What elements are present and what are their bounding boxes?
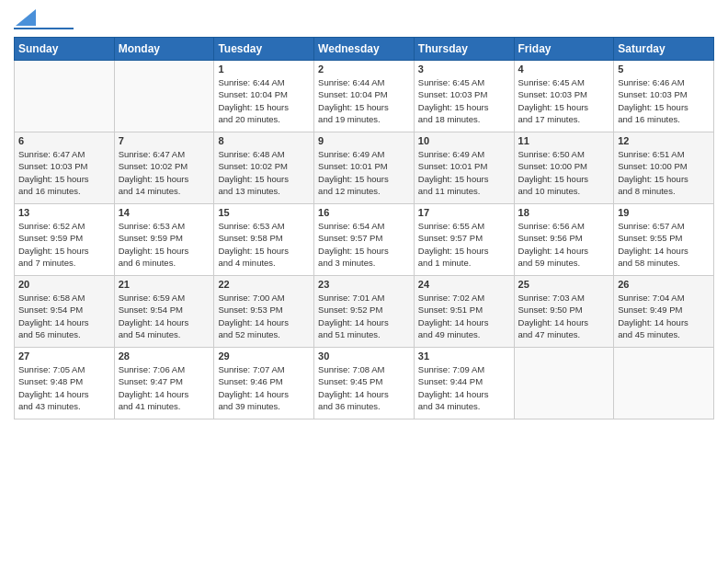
logo [14,9,74,29]
calendar-cell [514,348,614,419]
calendar-cell: 31Sunrise: 7:09 AM Sunset: 9:44 PM Dayli… [414,348,514,419]
calendar-cell: 7Sunrise: 6:47 AM Sunset: 10:02 PM Dayli… [114,132,214,204]
calendar-cell: 18Sunrise: 6:56 AM Sunset: 9:56 PM Dayli… [514,204,614,276]
day-number: 2 [318,63,410,75]
day-number: 24 [418,279,510,290]
day-info: Sunrise: 6:47 AM Sunset: 10:03 PM Daylig… [18,148,110,197]
calendar-cell: 27Sunrise: 7:05 AM Sunset: 9:48 PM Dayli… [15,348,115,419]
day-number: 29 [218,350,310,362]
calendar-table: SundayMondayTuesdayWednesdayThursdayFrid… [14,37,714,419]
calendar-cell: 6Sunrise: 6:47 AM Sunset: 10:03 PM Dayli… [15,132,115,204]
calendar-week-3: 13Sunrise: 6:52 AM Sunset: 9:59 PM Dayli… [15,204,714,276]
day-number: 25 [518,279,610,290]
day-number: 13 [18,207,110,218]
day-info: Sunrise: 7:01 AM Sunset: 9:52 PM Dayligh… [318,292,410,340]
day-number: 20 [18,279,110,290]
weekday-header-tuesday: Tuesday [214,38,314,61]
calendar-cell: 5Sunrise: 6:46 AM Sunset: 10:03 PM Dayli… [614,61,714,132]
day-info: Sunrise: 6:51 AM Sunset: 10:00 PM Daylig… [618,148,710,197]
day-number: 16 [318,207,410,218]
day-number: 11 [518,135,610,146]
weekday-header-saturday: Saturday [614,38,714,61]
page-container: SundayMondayTuesdayWednesdayThursdayFrid… [0,0,728,429]
calendar-cell: 3Sunrise: 6:45 AM Sunset: 10:03 PM Dayli… [414,61,514,132]
logo-underline [14,28,74,29]
day-number: 21 [119,279,210,290]
day-info: Sunrise: 6:53 AM Sunset: 9:58 PM Dayligh… [218,220,310,269]
day-number: 31 [418,350,510,362]
svg-marker-0 [16,9,36,26]
calendar-cell: 17Sunrise: 6:55 AM Sunset: 9:57 PM Dayli… [414,204,514,276]
day-info: Sunrise: 6:45 AM Sunset: 10:03 PM Daylig… [518,76,610,125]
calendar-cell: 15Sunrise: 6:53 AM Sunset: 9:58 PM Dayli… [214,204,314,276]
calendar-cell [614,348,714,419]
calendar-cell: 25Sunrise: 7:03 AM Sunset: 9:50 PM Dayli… [514,276,614,348]
day-number: 3 [418,63,510,75]
calendar-week-4: 20Sunrise: 6:58 AM Sunset: 9:54 PM Dayli… [15,276,714,348]
day-info: Sunrise: 6:53 AM Sunset: 9:59 PM Dayligh… [119,220,210,269]
calendar-cell: 12Sunrise: 6:51 AM Sunset: 10:00 PM Dayl… [614,132,714,204]
day-info: Sunrise: 6:45 AM Sunset: 10:03 PM Daylig… [418,76,510,125]
day-info: Sunrise: 6:57 AM Sunset: 9:55 PM Dayligh… [618,220,710,269]
day-number: 1 [218,63,310,75]
calendar-cell: 2Sunrise: 6:44 AM Sunset: 10:04 PM Dayli… [314,61,415,132]
calendar-cell [15,61,115,132]
day-info: Sunrise: 7:00 AM Sunset: 9:53 PM Dayligh… [218,292,310,340]
day-number: 19 [618,207,710,218]
day-info: Sunrise: 7:02 AM Sunset: 9:51 PM Dayligh… [418,292,510,340]
day-number: 12 [618,135,710,146]
weekday-header-friday: Friday [514,38,614,61]
day-number: 15 [218,207,310,218]
day-number: 10 [418,135,510,146]
day-number: 26 [618,279,710,290]
day-info: Sunrise: 6:59 AM Sunset: 9:54 PM Dayligh… [119,292,210,340]
day-number: 9 [318,135,410,146]
day-info: Sunrise: 7:05 AM Sunset: 9:48 PM Dayligh… [18,363,110,412]
calendar-cell: 10Sunrise: 6:49 AM Sunset: 10:01 PM Dayl… [414,132,514,204]
calendar-cell: 8Sunrise: 6:48 AM Sunset: 10:02 PM Dayli… [214,132,314,204]
day-info: Sunrise: 6:52 AM Sunset: 9:59 PM Dayligh… [18,220,110,269]
day-info: Sunrise: 6:55 AM Sunset: 9:57 PM Dayligh… [418,220,510,269]
calendar-cell: 24Sunrise: 7:02 AM Sunset: 9:51 PM Dayli… [414,276,514,348]
calendar-week-2: 6Sunrise: 6:47 AM Sunset: 10:03 PM Dayli… [15,132,714,204]
calendar-cell: 13Sunrise: 6:52 AM Sunset: 9:59 PM Dayli… [15,204,115,276]
day-info: Sunrise: 6:44 AM Sunset: 10:04 PM Daylig… [318,76,410,125]
day-info: Sunrise: 7:04 AM Sunset: 9:49 PM Dayligh… [618,292,710,340]
calendar-cell: 29Sunrise: 7:07 AM Sunset: 9:46 PM Dayli… [214,348,314,419]
calendar-cell: 20Sunrise: 6:58 AM Sunset: 9:54 PM Dayli… [15,276,115,348]
day-number: 14 [119,207,210,218]
day-info: Sunrise: 6:49 AM Sunset: 10:01 PM Daylig… [318,148,410,197]
weekday-header-thursday: Thursday [414,38,514,61]
calendar-cell: 22Sunrise: 7:00 AM Sunset: 9:53 PM Dayli… [214,276,314,348]
calendar-cell: 1Sunrise: 6:44 AM Sunset: 10:04 PM Dayli… [214,61,314,132]
calendar-cell: 16Sunrise: 6:54 AM Sunset: 9:57 PM Dayli… [314,204,415,276]
day-number: 5 [618,63,710,75]
day-info: Sunrise: 7:08 AM Sunset: 9:45 PM Dayligh… [318,363,410,412]
weekday-row: SundayMondayTuesdayWednesdayThursdayFrid… [15,38,714,61]
day-number: 18 [518,207,610,218]
logo-icon [16,9,36,26]
day-info: Sunrise: 6:58 AM Sunset: 9:54 PM Dayligh… [18,292,110,340]
calendar-cell: 28Sunrise: 7:06 AM Sunset: 9:47 PM Dayli… [114,348,214,419]
day-info: Sunrise: 6:47 AM Sunset: 10:02 PM Daylig… [119,148,210,197]
calendar-header: SundayMondayTuesdayWednesdayThursdayFrid… [15,38,714,61]
calendar-cell: 11Sunrise: 6:50 AM Sunset: 10:00 PM Dayl… [514,132,614,204]
day-info: Sunrise: 6:44 AM Sunset: 10:04 PM Daylig… [218,76,310,125]
calendar-cell: 21Sunrise: 6:59 AM Sunset: 9:54 PM Dayli… [114,276,214,348]
day-number: 27 [18,350,110,362]
day-info: Sunrise: 6:54 AM Sunset: 9:57 PM Dayligh… [318,220,410,269]
day-number: 8 [218,135,310,146]
day-info: Sunrise: 7:06 AM Sunset: 9:47 PM Dayligh… [119,363,210,412]
day-number: 4 [518,63,610,75]
day-number: 6 [18,135,110,146]
calendar-cell: 9Sunrise: 6:49 AM Sunset: 10:01 PM Dayli… [314,132,415,204]
day-info: Sunrise: 7:03 AM Sunset: 9:50 PM Dayligh… [518,292,610,340]
day-info: Sunrise: 6:46 AM Sunset: 10:03 PM Daylig… [618,76,710,125]
weekday-header-monday: Monday [114,38,214,61]
day-info: Sunrise: 6:48 AM Sunset: 10:02 PM Daylig… [218,148,310,197]
calendar-cell [114,61,214,132]
calendar-cell: 14Sunrise: 6:53 AM Sunset: 9:59 PM Dayli… [114,204,214,276]
calendar-cell: 4Sunrise: 6:45 AM Sunset: 10:03 PM Dayli… [514,61,614,132]
day-info: Sunrise: 7:09 AM Sunset: 9:44 PM Dayligh… [418,363,510,412]
day-number: 23 [318,279,410,290]
